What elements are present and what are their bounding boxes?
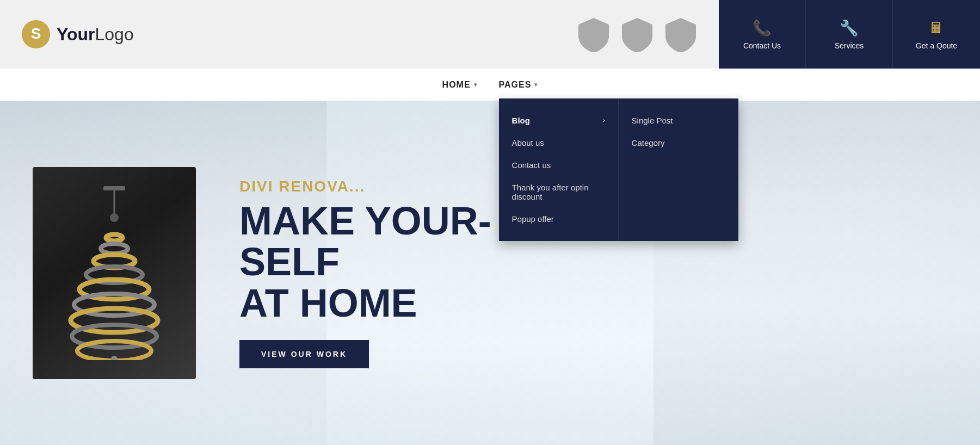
- dropdown-item-contact[interactable]: Contact us: [499, 154, 618, 176]
- wrench-icon: 🔧: [840, 19, 859, 37]
- pages-dropdown: Blog › About us Contact us Thank you aft…: [499, 98, 738, 241]
- logo-area: S YourLogo: [0, 20, 556, 48]
- hero-title-line1: MAKE YOUR-: [239, 199, 491, 243]
- dropdown-item-single-post[interactable]: Single Post: [619, 109, 738, 132]
- services-label: Services: [835, 41, 864, 50]
- shield-icon-3: [664, 17, 697, 52]
- nav-item-home: HOME ▾: [442, 76, 477, 94]
- svg-point-4: [106, 234, 122, 241]
- dropdown-item-blog[interactable]: Blog ›: [499, 109, 618, 132]
- chandelier-svg: [54, 186, 174, 360]
- logo-text: YourLogo: [57, 24, 134, 45]
- svg-point-13: [111, 356, 118, 360]
- svg-point-5: [101, 244, 128, 254]
- navbar: HOME ▾ PAGES ▾ Blog › About us: [0, 69, 980, 101]
- blog-chevron-icon: ›: [603, 118, 605, 123]
- hero-title-line2: SELF: [239, 240, 340, 283]
- nav-link-home[interactable]: HOME ▾: [442, 76, 477, 94]
- pages-chevron-icon: ▾: [534, 82, 538, 88]
- nav-items: HOME ▾ PAGES ▾ Blog › About us: [442, 76, 538, 94]
- hero-title-line3: AT HOME: [239, 281, 417, 325]
- dropdown-item-popup[interactable]: Popup offer: [499, 208, 618, 230]
- calculator-icon: 🖩: [929, 19, 944, 37]
- svg-point-3: [110, 213, 119, 222]
- dropdown-item-thankyou[interactable]: Thank you after optin discount: [499, 176, 618, 208]
- dropdown-left-col: Blog › About us Contact us Thank you aft…: [499, 98, 619, 241]
- header-buttons: 📞 Contact Us 🔧 Services 🖩 Get a Qoute: [719, 0, 980, 69]
- get-quote-button[interactable]: 🖩 Get a Qoute: [893, 0, 980, 69]
- services-button[interactable]: 🔧 Services: [806, 0, 893, 69]
- home-chevron-icon: ▾: [474, 82, 477, 88]
- hero-content: DIVI RENOVA... MAKE YOUR- SELF AT HOME V…: [0, 167, 980, 379]
- svg-rect-14: [103, 186, 125, 190]
- nav-link-pages[interactable]: PAGES ▾: [499, 76, 538, 94]
- contact-us-label: Contact Us: [743, 41, 781, 50]
- phone-icon: 📞: [753, 19, 772, 37]
- header: S YourLogo 📞 Contact Us 🔧 Services 🖩 Get…: [0, 0, 980, 69]
- get-quote-label: Get a Qoute: [916, 41, 957, 50]
- contact-us-button[interactable]: 📞 Contact Us: [719, 0, 806, 69]
- shields-area: [556, 17, 719, 52]
- hero-chandelier-image: [33, 167, 196, 379]
- shield-icon-2: [621, 17, 654, 52]
- dropdown-item-about[interactable]: About us: [499, 132, 618, 154]
- nav-item-pages: PAGES ▾ Blog › About us Contact us: [499, 76, 538, 94]
- dropdown-right-col: Single Post Category: [619, 98, 738, 241]
- logo-icon: S: [22, 20, 50, 48]
- shield-icon-1: [577, 17, 610, 52]
- svg-text:S: S: [31, 25, 41, 42]
- dropdown-item-category[interactable]: Category: [619, 132, 738, 154]
- hero-section: DIVI RENOVA... MAKE YOUR- SELF AT HOME V…: [0, 101, 980, 445]
- view-our-work-button[interactable]: VIEW OUR WORK: [239, 340, 369, 368]
